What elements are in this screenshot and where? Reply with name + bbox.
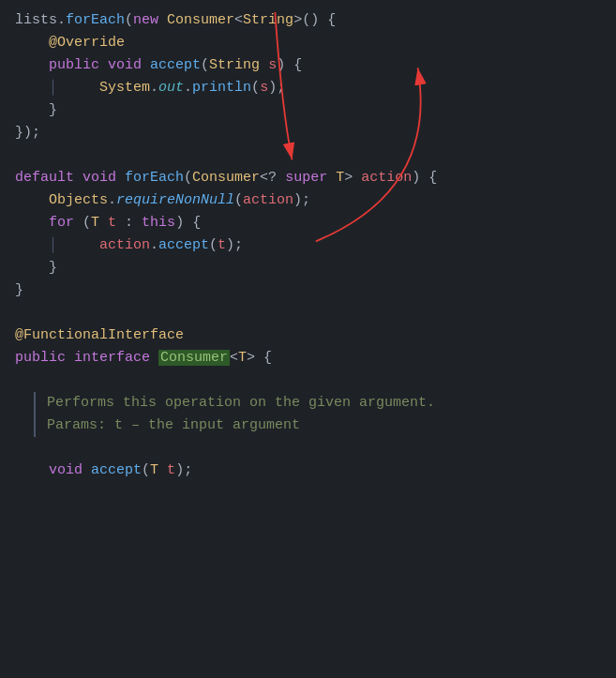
code-line-5: } [15, 99, 601, 122]
doc-block: Performs this operation on the given arg… [34, 392, 601, 437]
code-line-19: void accept(T t); [15, 460, 601, 482]
code-line-12: } [15, 257, 601, 279]
code-line-1: lists.forEach(new Consumer<String>() { [15, 9, 601, 32]
consumer-highlight: Consumer [158, 350, 230, 366]
code-line-2: @Override [15, 32, 601, 54]
code-editor: lists.forEach(new Consumer<String>() { @… [0, 0, 616, 491]
code-line-3: public void accept(String s) { [15, 54, 601, 77]
empty-line-4 [15, 437, 601, 460]
empty-line-1 [15, 144, 601, 167]
code-line-16: public interface Consumer<T> { [15, 347, 601, 369]
code-line-9: Objects.requireNonNull(action); [15, 189, 601, 212]
doc-line-1: Performs this operation on the given arg… [47, 392, 601, 414]
code-line-15: @FunctionalInterface [15, 324, 601, 347]
code-line-8: default void forEach(Consumer<? super T>… [15, 167, 601, 189]
code-line-11: │ action.accept(t); [15, 234, 601, 257]
code-line-4: │ System.out.println(s); [15, 77, 601, 99]
empty-line-2 [15, 302, 601, 324]
empty-line-3 [15, 369, 601, 392]
doc-line-2: Params: t – the input argument [47, 414, 601, 437]
code-line-6: }); [15, 122, 601, 144]
code-line-13: } [15, 279, 601, 302]
code-line-10: for (T t : this) { [15, 212, 601, 234]
